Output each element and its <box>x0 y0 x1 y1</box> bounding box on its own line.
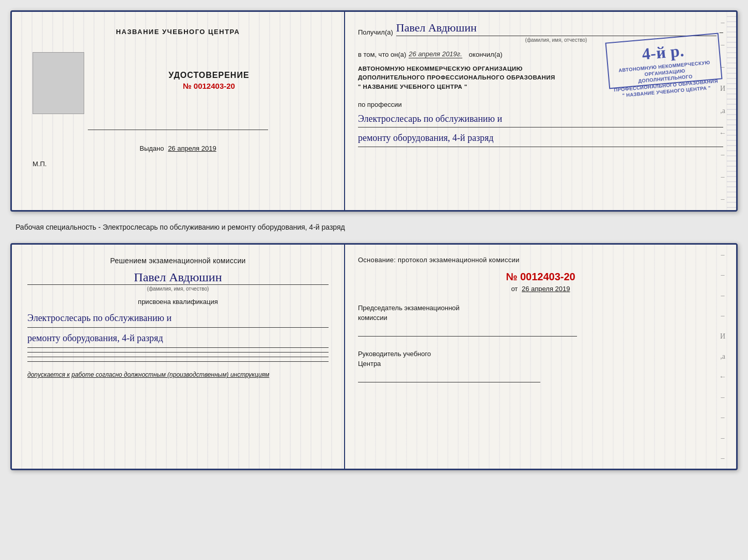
komissia-person-name: Павел Авдюшин <box>27 270 329 285</box>
bottom-document: Решением экзаменационной комиссии Павел … <box>10 243 738 470</box>
bottom-right-panel: – – – – И ,а ← – – – – Основание: проток… <box>345 245 736 469</box>
vydano-line: Выдано 26 апреля 2019 <box>139 145 216 152</box>
top-right-panel: – – – И ,а ← – – – Получил(а) Павел Авдю… <box>345 12 736 210</box>
rukovoditel-block: Руководитель учебного Центра <box>358 349 723 382</box>
stamp-overlay: 4-й р. АВТОНОМНУЮ НЕКОММЕРЧЕСКУЮ ОРГАНИЗ… <box>605 33 722 89</box>
dopuskaetsya-block: допускается к работе согласно должностны… <box>27 371 329 378</box>
prisvoena-label: присвоена квалификация <box>27 298 329 306</box>
chairman-block: Председатель экзаменационной комиссии <box>358 303 723 337</box>
komissia-name-caption: (фамилия, имя, отчество) <box>27 286 329 292</box>
chairman-label: Председатель экзаменационной комиссии <box>358 303 723 323</box>
top-left-panel: НАЗВАНИЕ УЧЕБНОГО ЦЕНТРА УДОСТОВЕРЕНИЕ №… <box>12 12 345 210</box>
osnovanie-label: Основание: протокол экзаменационной коми… <box>358 255 723 266</box>
sig-line-3 <box>27 361 329 362</box>
top-left-title: НАЗВАНИЕ УЧЕБНОГО ЦЕНТРА <box>116 27 240 37</box>
sig-line-2 <box>27 357 329 357</box>
certificate-title: УДОСТОВЕРЕНИЕ <box>168 71 249 80</box>
profession-line1: Электрослесарь по обслуживанию и <box>358 110 723 127</box>
chairman-sig-line <box>358 336 577 337</box>
po-professii-label: по профессии <box>358 101 723 108</box>
qualification-line2: ремонту оборудования, 4-й разряд <box>27 329 329 348</box>
bottom-right-side-marks: – – – – И ,а ← – – – – <box>719 245 727 469</box>
rukovoditel-label: Руководитель учебного Центра <box>358 349 723 369</box>
certificate-block: УДОСТОВЕРЕНИЕ № 0012403-20 <box>168 71 249 90</box>
rukovoditel-sig-line <box>358 382 541 382</box>
mp-label: М.П. <box>33 160 46 168</box>
page-wrapper: НАЗВАНИЕ УЧЕБНОГО ЦЕНТРА УДОСТОВЕРЕНИЕ №… <box>10 10 738 470</box>
recipient-name: Павел Авдюшин <box>396 21 716 36</box>
ot-date-line: от 26 апреля 2019 <box>358 285 723 293</box>
poluchil-line: Получил(а) Павел Авдюшин – <box>358 21 723 36</box>
sig-line-1 <box>27 352 329 353</box>
right-side-marks: – – – И ,а ← – – – <box>719 12 727 210</box>
komissia-title: Решением экзаменационной комиссии <box>27 255 329 266</box>
vtom-date: 26 апреля 2019г. <box>409 50 462 58</box>
certificate-number: № 0012403-20 <box>168 82 249 90</box>
profession-line2: ремонту оборудования, 4-й разряд <box>358 130 723 147</box>
protocol-number: № 0012403-20 <box>358 271 723 283</box>
bottom-left-panel: Решением экзаменационной комиссии Павел … <box>12 245 345 469</box>
top-document: НАЗВАНИЕ УЧЕБНОГО ЦЕНТРА УДОСТОВЕРЕНИЕ №… <box>10 10 738 212</box>
photo-placeholder <box>33 52 84 114</box>
middle-specialty-text: Рабочая специальность - Электрослесарь п… <box>10 221 738 234</box>
qualification-line1: Электрослесарь по обслуживанию и <box>27 309 329 328</box>
dopuskaetsya-value: работе согласно должностным (производств… <box>71 371 269 378</box>
